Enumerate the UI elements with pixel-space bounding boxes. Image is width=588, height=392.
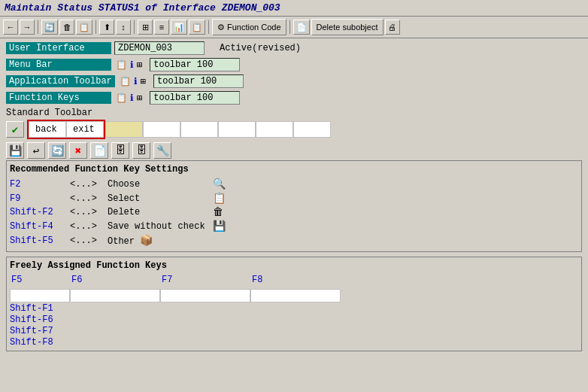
fn-key-arrow-0: <...>: [70, 179, 108, 190]
toolbar-cell-3[interactable]: [105, 121, 143, 138]
menu-bar-label: Menu Bar: [6, 59, 111, 71]
fn-key-action-0: Choose: [108, 179, 213, 190]
standard-toolbar-label: Standard Toolbar: [6, 108, 582, 118]
freely-grid: F5F6F7F8: [10, 274, 578, 287]
btn-t9[interactable]: 📋: [189, 20, 205, 35]
fn-key-name-4: Shift-F5: [10, 236, 70, 246]
freely-row-6: Shift-F7: [10, 326, 578, 336]
fn-key-name-1: F9: [10, 193, 70, 204]
toolbar-cell-4[interactable]: [143, 121, 180, 138]
function-keys-icon2[interactable]: ℹ: [130, 93, 134, 104]
fn-key-icon-3[interactable]: 💾: [213, 220, 226, 232]
app-toolbar-icon3[interactable]: ⊞: [141, 76, 146, 87]
app-toolbar-icon1[interactable]: 📋: [120, 76, 131, 87]
recommended-rows: F2 <...> Choose 🔍 F9 <...> Select 📋 Shif…: [10, 178, 578, 247]
freely-key-1: F6: [70, 274, 160, 287]
std-icon-cancel[interactable]: ✖: [69, 142, 87, 159]
freely-cell-top-3[interactable]: [250, 289, 341, 302]
recommended-row-2: Shift-F2 <...> Delete 🗑: [10, 206, 578, 218]
user-interface-value[interactable]: ZDEMON_003: [114, 41, 205, 55]
freely-cell-top-0[interactable]: [10, 289, 70, 302]
recommended-section: Recommended Function Key Settings F2 <..…: [6, 160, 582, 252]
btn-page[interactable]: 📄: [293, 20, 310, 35]
btn-t3[interactable]: 📋: [76, 20, 92, 35]
std-icon-tool[interactable]: 🔧: [153, 142, 171, 159]
std-icon-save[interactable]: 💾: [6, 142, 24, 159]
toolbar-cell-7[interactable]: [256, 121, 293, 138]
std-toolbar-check-icon[interactable]: ✔: [6, 121, 24, 138]
function-keys-icon3[interactable]: ⊞: [137, 93, 142, 104]
status-text: Active(revised): [220, 43, 301, 53]
delete-subobject-button[interactable]: Delete subobject: [311, 19, 383, 35]
freely-key-label-6: Shift-F7: [10, 326, 70, 336]
app-toolbar-icon2[interactable]: ℹ: [134, 76, 138, 87]
sep4: [208, 20, 209, 34]
function-code-button[interactable]: ⚙ Function Code: [212, 19, 286, 35]
freely-key-label-4: Shift-F1: [10, 303, 70, 314]
fn-key-name-2: Shift-F2: [10, 207, 70, 217]
app-toolbar-row: Application Toolbar 📋 ℹ ⊞ toolbar 100: [6, 74, 582, 88]
fn-key-icon-4[interactable]: 📦: [140, 236, 153, 247]
user-interface-label: User Interface: [6, 42, 111, 54]
recommended-row-0: F2 <...> Choose 🔍: [10, 178, 578, 190]
fn-key-action-2: Delete: [108, 207, 213, 217]
main-toolbar: ← → 🔄 🗑 📋 ⬆ ↕ ⊞ ≡ 📊 📋 ⚙ Function Code 📄 …: [0, 17, 588, 38]
toolbar-cell-8[interactable]: [293, 121, 331, 138]
freely-row-4: Shift-F1: [10, 303, 578, 314]
btn-print[interactable]: 🖨: [385, 20, 400, 35]
freely-grid-2: [10, 289, 578, 302]
freely-key-label-5: Shift-F6: [10, 315, 70, 325]
btn-t7[interactable]: ≡: [154, 20, 169, 35]
std-icon-db2[interactable]: 🗄: [132, 142, 150, 159]
btn-t1[interactable]: 🔄: [41, 20, 58, 35]
std-icon-refresh[interactable]: 🔄: [48, 142, 66, 159]
function-keys-row: Function Keys 📋 ℹ ⊞ toolbar 100: [6, 91, 582, 105]
freely-row-5: Shift-F6: [10, 315, 578, 325]
delete-subobj-label: Delete subobject: [317, 23, 378, 32]
freely-title: Freely Assigned Function Keys: [10, 260, 578, 271]
fn-key-icon-2[interactable]: 🗑: [213, 206, 223, 218]
freely-cell-top-1[interactable]: [70, 289, 160, 302]
function-keys-icon1[interactable]: 📋: [116, 93, 127, 104]
std-icon-page[interactable]: 📄: [90, 142, 108, 159]
btn-t6[interactable]: ⊞: [138, 20, 153, 35]
fn-key-arrow-2: <...>: [70, 207, 108, 217]
back-btn[interactable]: ←: [3, 20, 18, 35]
fn-key-arrow-1: <...>: [70, 193, 108, 204]
standard-toolbar-box: back exit: [27, 120, 105, 139]
toolbar-cell-5[interactable]: [180, 121, 218, 138]
fn-key-arrow-4: <...>: [70, 236, 108, 246]
fn-key-name-0: F2: [10, 179, 70, 190]
function-keys-label: Function Keys: [6, 92, 111, 104]
freely-key-2: F7: [160, 274, 250, 287]
freely-row-7: Shift-F8: [10, 337, 578, 348]
btn-t4[interactable]: ⬆: [99, 20, 114, 35]
fn-key-action-3: Save without check: [108, 221, 213, 232]
btn-t8[interactable]: 📊: [171, 20, 187, 35]
toolbar-cell-6[interactable]: [218, 121, 256, 138]
toolbar-cell-1[interactable]: back: [29, 121, 66, 138]
menu-bar-icon2[interactable]: ℹ: [130, 59, 134, 71]
sep3: [134, 20, 135, 34]
std-icon-back2[interactable]: ↩: [27, 142, 45, 159]
fn-key-name-3: Shift-F4: [10, 221, 70, 232]
freely-key-label-7: Shift-F8: [10, 337, 70, 348]
sep1: [38, 20, 38, 34]
app-toolbar-label: Application Toolbar: [6, 75, 115, 87]
recommended-row-1: F9 <...> Select 📋: [10, 192, 578, 205]
main-content: User Interface ZDEMON_003 Active(revised…: [0, 38, 588, 354]
forward-btn[interactable]: →: [20, 20, 35, 35]
btn-t5[interactable]: ↕: [116, 20, 131, 35]
freely-cell-top-2[interactable]: [160, 289, 250, 302]
fn-key-icon-1[interactable]: 📋: [213, 192, 226, 205]
fn-key-icon-0[interactable]: 🔍: [213, 178, 226, 190]
std-icon-db[interactable]: 🗄: [111, 142, 129, 159]
btn-t2[interactable]: 🗑: [59, 20, 74, 35]
menu-bar-icon3[interactable]: ⊞: [137, 59, 142, 71]
toolbar-cell-2[interactable]: exit: [66, 121, 104, 138]
toolbar-icons-row: 💾 ↩ 🔄 ✖ 📄 🗄 🗄 🔧: [6, 141, 582, 160]
menu-bar-icon1[interactable]: 📋: [116, 59, 127, 71]
recommended-row-4: Shift-F5 <...> Other 📦: [10, 234, 578, 247]
sep5: [289, 20, 290, 34]
freely-key-0: F5: [10, 274, 70, 287]
